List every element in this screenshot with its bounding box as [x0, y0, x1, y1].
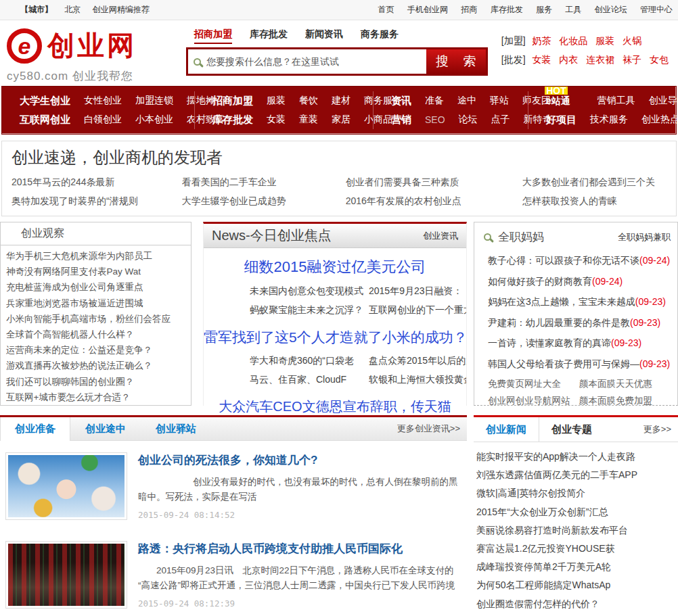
- nav-startup-navigation[interactable]: 创业导航: [649, 95, 678, 107]
- topnav-tools[interactable]: 工具: [565, 5, 581, 14]
- list-item[interactable]: 尹建莉：幼儿园最重要的条件是教(09-23): [484, 312, 671, 333]
- express-link[interactable]: 大多数创业者们都会遇到三个关: [522, 176, 666, 189]
- topnav-admin[interactable]: 管理中心: [640, 5, 673, 14]
- wholesale-link-socks[interactable]: 袜子: [623, 54, 641, 65]
- wholesale-link-dress[interactable]: 连衣裙: [586, 54, 614, 65]
- express-link[interactable]: 大学生辍学创业已成趋势: [182, 195, 346, 208]
- list-item[interactable]: 刘强东透露估值两亿美元的二手车APP: [476, 466, 678, 484]
- nav-ideas[interactable]: 点子: [491, 114, 510, 126]
- search-button[interactable]: 搜 索: [426, 49, 486, 74]
- mom-footer-link[interactable]: 颜本面膜天天优惠: [579, 375, 671, 392]
- join-link-hotpot[interactable]: 火锅: [623, 35, 641, 46]
- list-item[interactable]: 能实时报平安的App解决一个人走夜路: [476, 448, 678, 466]
- news-link[interactable]: 马云、住百家、CloudF: [250, 370, 369, 389]
- list-item[interactable]: 全球首个高智能机器人什么样？: [6, 327, 185, 342]
- list-item[interactable]: 一首诗，读懂家庭教育的真谛(09-23): [484, 333, 671, 354]
- tab-startup-ontheway[interactable]: 创业途中: [70, 417, 141, 440]
- search-tab-news[interactable]: 新闻资讯: [305, 28, 343, 44]
- list-item[interactable]: 兵家重地浏览器市场被逼近进围城: [6, 295, 185, 311]
- join-link-cosmetics[interactable]: 化妆品: [559, 35, 587, 46]
- wholesale-link-women[interactable]: 女装: [532, 54, 551, 65]
- news-link[interactable]: 学大和奇虎360的“口袋老: [250, 351, 369, 370]
- article-title[interactable]: 路透：央行将启动人民币跨境支付助推人民币国际化: [138, 541, 460, 556]
- search-tab-join[interactable]: 招商加盟: [194, 28, 232, 44]
- list-item[interactable]: 韩国人父母给看孩子费用可与保姆—(09-23): [484, 354, 671, 375]
- list-item[interactable]: 美丽说徐易容打造时尚新款发布平台: [476, 521, 678, 540]
- news-headline[interactable]: 细数2015融资过亿美元公司: [204, 257, 466, 277]
- search-input[interactable]: [206, 56, 426, 67]
- news-more-link[interactable]: 创业资讯: [423, 230, 458, 242]
- tab-startup-prepare[interactable]: 创业准备: [0, 417, 70, 441]
- search-tab-wholesale[interactable]: 库存批发: [250, 28, 288, 44]
- news-link[interactable]: 软银和上海恒大领投黄金钱包: [369, 370, 466, 389]
- nav-forum[interactable]: 论坛: [459, 114, 478, 126]
- mom-footer-link[interactable]: 免费黄页网址大全: [488, 375, 579, 392]
- nav-kidswear[interactable]: 童装: [299, 114, 318, 126]
- nav-ezhan[interactable]: e站通HOT: [546, 95, 584, 108]
- nav-women-startup[interactable]: 女性创业: [84, 95, 122, 107]
- nav-internet-startup[interactable]: 互联网创业: [20, 114, 70, 126]
- nav-seo[interactable]: SEO: [425, 114, 445, 125]
- news-link[interactable]: 盘点众筹2015年以后的六: [369, 351, 466, 370]
- news-headline[interactable]: 雷军找到了这5个人才造就了小米的成功？: [204, 328, 466, 347]
- list-item[interactable]: 游戏直播再次被炒热的说法正确么？: [6, 358, 185, 373]
- topnav-forum[interactable]: 创业论坛: [595, 5, 627, 14]
- nav-building-materials[interactable]: 建材: [332, 95, 351, 107]
- news-link[interactable]: 未来国内创意众包变现模式: [250, 281, 369, 300]
- article-thumbnail[interactable]: [5, 541, 127, 609]
- more-startup-info-link[interactable]: 更多创业资讯>>: [397, 417, 467, 440]
- express-link[interactable]: 奥特加发现了时装界的“潜规则: [12, 195, 182, 208]
- news-link[interactable]: 互联网创业的下一个重大机遇: [369, 300, 466, 319]
- news-link[interactable]: 2015年9月23日融资：: [369, 281, 466, 300]
- city-link[interactable]: 北京: [64, 5, 81, 14]
- nav-womenswear[interactable]: 女装: [267, 114, 286, 126]
- express-link[interactable]: 怎样获取投资人的青睐: [522, 195, 666, 208]
- list-item[interactable]: 为何50名工程师能搞定WhatsAp: [476, 576, 678, 594]
- recommend-link[interactable]: 创业网精编推荐: [93, 5, 150, 14]
- tab-startup-topics[interactable]: 创业专题: [539, 417, 604, 442]
- nav-marketing-tools[interactable]: 营销工具: [597, 95, 635, 107]
- list-item[interactable]: 成峰瑞投资停简单2千万美元A轮: [476, 558, 678, 576]
- nav-catering[interactable]: 餐饮: [299, 95, 318, 107]
- nav-whitecollar-startup[interactable]: 白领创业: [84, 114, 122, 126]
- nav-startup-hotspot[interactable]: 创业热点: [641, 114, 678, 126]
- list-item[interactable]: 如何做好孩子的财商教育(09-24): [484, 271, 671, 292]
- nav-station[interactable]: 驿站: [490, 95, 509, 107]
- join-link-clothing[interactable]: 服装: [595, 35, 614, 46]
- topnav-mobile[interactable]: 手机创业网: [407, 5, 448, 14]
- nav-prepare[interactable]: 准备: [425, 95, 444, 107]
- logo[interactable]: e 创业网 cy580.com 创业我帮您: [7, 26, 186, 85]
- list-item[interactable]: 创业圈造假需付怎样的代价？: [476, 595, 678, 613]
- side-more-link[interactable]: 更多>>: [643, 417, 678, 442]
- list-item[interactable]: 充电桩蓝海成为创业公司角逐重点: [6, 279, 185, 295]
- tab-startup-news[interactable]: 创业新闻: [474, 417, 539, 442]
- nav-stock-wholesale[interactable]: 库存批发: [212, 114, 253, 126]
- list-item[interactable]: 运营商未来的定位：公益还是竞争？: [6, 342, 185, 358]
- nav-small-capital[interactable]: 小本创业: [135, 114, 173, 126]
- express-link[interactable]: 创业者们需要具备三种素质: [346, 176, 522, 189]
- join-link-milktea[interactable]: 奶茶: [532, 35, 551, 46]
- list-item[interactable]: 神奇没有网络阿里支付表Pay Wat: [6, 264, 185, 279]
- list-item[interactable]: 2015年“大众创业万众创新”汇总: [476, 503, 678, 521]
- list-item[interactable]: 华为手机三大危机来源华为内部员工: [6, 248, 185, 264]
- list-item[interactable]: 微软|高通|英特尔创投简介: [476, 484, 678, 502]
- list-item[interactable]: 高校教授创业卖烧鸡月入20万: [476, 613, 678, 616]
- express-link[interactable]: 看看美国的二手车企业: [182, 176, 346, 189]
- topnav-investment[interactable]: 招商: [461, 5, 477, 14]
- express-link[interactable]: 2016年有发展的农村创业点: [346, 195, 522, 208]
- nav-marketing[interactable]: 营销: [391, 114, 411, 126]
- mom-more-link[interactable]: 全职妈妈兼职: [618, 231, 671, 243]
- article-thumbnail[interactable]: [5, 452, 127, 520]
- nav-home-goods[interactable]: 家居: [332, 114, 351, 126]
- tab-startup-station[interactable]: 创业驿站: [141, 417, 211, 440]
- topnav-wholesale[interactable]: 库存批发: [491, 5, 523, 14]
- nav-college-startup[interactable]: 大学生创业: [20, 95, 70, 108]
- news-headline[interactable]: 大众汽车CEO文德恩宣布辞职，传天猫: [204, 398, 466, 416]
- list-item[interactable]: 教子心得：可以跟孩子和你无话不谈(09-24): [484, 250, 671, 271]
- nav-on-the-way[interactable]: 途中: [457, 95, 476, 107]
- nav-info[interactable]: 资讯: [391, 95, 411, 108]
- list-item[interactable]: 赛富达晨1.2亿元投资YHOUSE获: [476, 540, 678, 558]
- wholesale-link-bags[interactable]: 女包: [650, 54, 669, 65]
- wholesale-link-underwear[interactable]: 内衣: [559, 54, 578, 65]
- nav-tech-service[interactable]: 技术服务: [590, 114, 628, 126]
